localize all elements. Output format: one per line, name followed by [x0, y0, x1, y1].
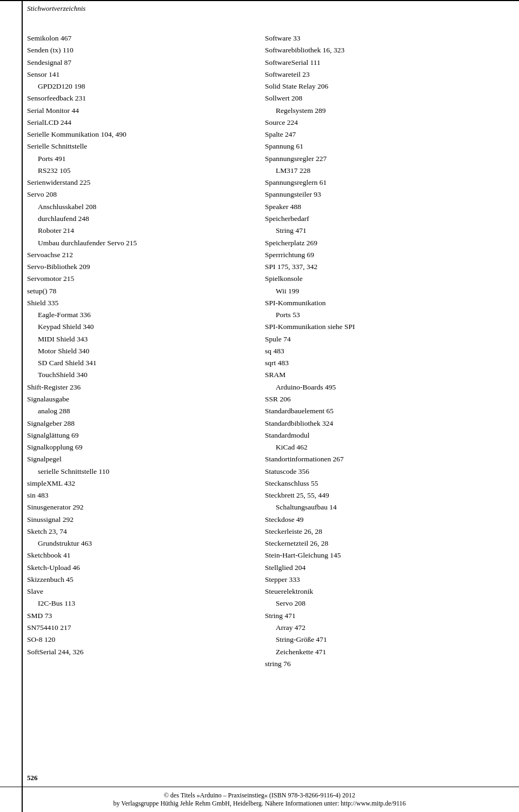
list-item: Sendesignal 87: [27, 57, 243, 69]
content-area: Semikolon 467Senden (tx) 110Sendesignal …: [0, 16, 519, 713]
list-item: Speaker 488: [265, 201, 492, 213]
list-item: Solid State Relay 206: [265, 80, 492, 92]
list-item: Senden (tx) 110: [27, 44, 243, 56]
list-item: Servomotor 215: [27, 273, 243, 285]
list-item: Statuscode 356: [265, 466, 492, 478]
list-item: Spielkonsole: [265, 273, 492, 285]
list-item: Sperrrichtung 69: [265, 249, 492, 261]
list-item: SD Card Shield 341: [27, 357, 243, 369]
list-item: Steuerelektronik: [265, 586, 492, 598]
list-item: Steckanschluss 55: [265, 478, 492, 489]
list-item: Speicherplatz 269: [265, 237, 492, 249]
list-item: Signalpegel: [27, 453, 243, 465]
list-item: setup() 78: [27, 285, 243, 297]
list-item: Eagle-Format 336: [27, 309, 243, 321]
list-item: Stellglied 204: [265, 562, 492, 574]
list-item: SPI-Kommunikation siehe SPI: [265, 321, 492, 333]
list-item: I2C-Bus 113: [27, 598, 243, 609]
list-item: Motor Shield 340: [27, 345, 243, 357]
list-item: LM317 228: [265, 165, 492, 177]
list-item: Serienwiderstand 225: [27, 177, 243, 189]
footer: © des Titels »Arduino – Praxiseinstieg« …: [0, 787, 519, 812]
list-item: Standardmodul: [265, 430, 492, 441]
list-item: MIDI Shield 343: [27, 333, 243, 345]
list-item: durchlaufend 248: [27, 213, 243, 225]
list-item: Sinussignal 292: [27, 514, 243, 526]
list-item: GPD2D120 198: [27, 80, 243, 92]
left-border: [22, 0, 23, 812]
list-item: Standortinformationen 267: [265, 453, 492, 465]
list-item: RS232 105: [27, 165, 243, 177]
list-item: Signalausgabe: [27, 393, 243, 405]
list-item: SRAM: [265, 369, 492, 381]
list-item: Sketch 23, 74: [27, 526, 243, 538]
list-item: Serielle Kommunikation 104, 490: [27, 129, 243, 140]
list-item: sin 483: [27, 489, 243, 501]
list-item: Sketch-Upload 46: [27, 562, 243, 574]
list-item: serielle Schnittstelle 110: [27, 466, 243, 478]
list-item: String 471: [265, 610, 492, 622]
list-item: String-Größe 471: [265, 634, 492, 646]
list-item: Sketchbook 41: [27, 549, 243, 561]
list-item: analog 288: [27, 405, 243, 417]
list-item: Serielle Schnittstelle: [27, 140, 243, 152]
list-item: Softwarebibliothek 16, 323: [265, 44, 492, 56]
list-item: Skizzenbuch 45: [27, 574, 243, 586]
list-item: Stein-Hart-Gleichung 145: [265, 549, 492, 561]
list-item: Source 224: [265, 117, 492, 129]
left-column: Semikolon 467Senden (tx) 110Sendesignal …: [27, 32, 260, 670]
list-item: Servo 208: [27, 189, 243, 200]
list-item: Schaltungsaufbau 14: [265, 501, 492, 513]
right-column: Software 33Softwarebibliothek 16, 323Sof…: [260, 32, 492, 670]
list-item: SerialLCD 244: [27, 117, 243, 129]
list-item: Standardbibliothek 324: [265, 418, 492, 430]
list-item: Signalgeber 288: [27, 418, 243, 430]
list-item: Serial Monitor 44: [27, 105, 243, 117]
list-item: string 76: [265, 658, 492, 670]
list-item: Slave: [27, 586, 243, 598]
list-item: Spule 74: [265, 333, 492, 345]
list-item: Standardbauelement 65: [265, 405, 492, 417]
header-title: Stichwortverzeichnis: [27, 4, 85, 13]
list-item: KiCad 462: [265, 441, 492, 453]
list-item: Software 33: [265, 32, 492, 44]
list-item: sq 483: [265, 345, 492, 357]
list-item: Servo 208: [265, 598, 492, 609]
list-item: Spalte 247: [265, 129, 492, 140]
list-item: Semikolon 467: [27, 32, 243, 44]
list-item: Zeichenkette 471: [265, 646, 492, 658]
list-item: SoftwareSerial 111: [265, 57, 492, 69]
list-item: SPI 175, 337, 342: [265, 261, 492, 273]
list-item: Keypad Shield 340: [27, 321, 243, 333]
list-item: Shift-Register 236: [27, 381, 243, 393]
list-item: Arduino-Boards 495: [265, 381, 492, 393]
list-item: String 471: [265, 225, 492, 237]
list-item: Shield 335: [27, 297, 243, 309]
footer-line2: by Verlagsgruppe Hüthig Jehle Rehm GmbH,…: [114, 800, 406, 808]
list-item: Steckernetzteil 26, 28: [265, 538, 492, 549]
list-item: Spannungsregler 227: [265, 153, 492, 165]
list-item: Umbau durchlaufender Servo 215: [27, 237, 243, 249]
list-item: Sensorfeedback 231: [27, 92, 243, 104]
list-item: SN754410 217: [27, 622, 243, 634]
list-item: SMD 73: [27, 610, 243, 622]
list-item: Wii 199: [265, 285, 492, 297]
list-item: Signalglättung 69: [27, 430, 243, 441]
list-item: Sinusgenerator 292: [27, 501, 243, 513]
list-item: Sollwert 208: [265, 92, 492, 104]
page-container: Stichwortverzeichnis Semikolon 467Senden…: [0, 0, 519, 812]
list-item: simpleXML 432: [27, 478, 243, 489]
list-item: Roboter 214: [27, 225, 243, 237]
list-item: TouchShield 340: [27, 369, 243, 381]
list-item: Anschlusskabel 208: [27, 201, 243, 213]
list-item: SPI-Kommunikation: [265, 297, 492, 309]
page-number: 526: [27, 774, 38, 782]
list-item: SSR 206: [265, 393, 492, 405]
list-item: Regelsystem 289: [265, 105, 492, 117]
list-item: Steckerleiste 26, 28: [265, 526, 492, 538]
footer-line1: © des Titels »Arduino – Praxiseinstieg« …: [164, 791, 355, 800]
list-item: Servoachse 212: [27, 249, 243, 261]
list-item: Ports 491: [27, 153, 243, 165]
list-item: Steckdose 49: [265, 514, 492, 526]
list-item: Ports 53: [265, 309, 492, 321]
